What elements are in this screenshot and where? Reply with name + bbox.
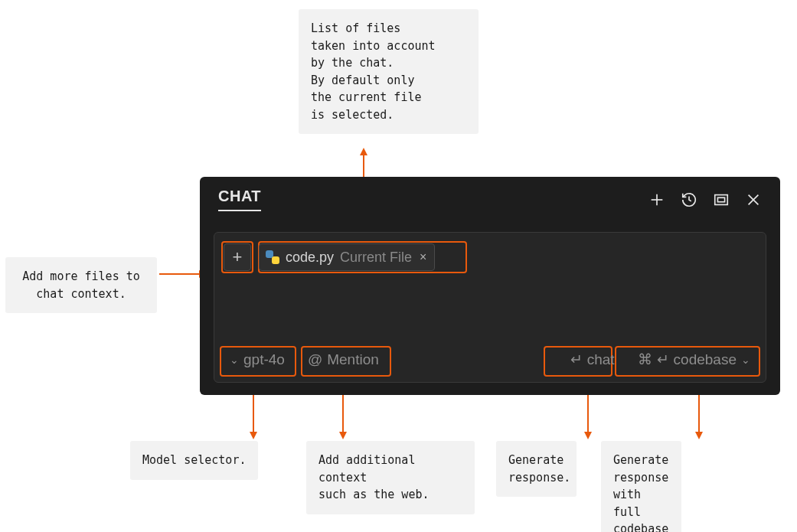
python-file-icon: [266, 250, 279, 264]
history-button[interactable]: [681, 191, 697, 208]
callout-chat: Generate response.: [496, 441, 577, 497]
callout-codebase: Generate response with full codebase con…: [601, 441, 681, 532]
chat-panel: CHAT + code.py Current File: [200, 177, 780, 395]
history-icon: [681, 191, 697, 208]
model-selector-label: gpt-4o: [243, 351, 285, 368]
svg-marker-7: [339, 432, 347, 439]
send-codebase-label: codebase: [674, 351, 737, 368]
chat-header: CHAT: [200, 177, 780, 211]
chevron-down-icon: ⌄: [230, 354, 239, 366]
svg-rect-15: [717, 197, 724, 202]
enter-key-icon: ↵: [657, 351, 669, 368]
svg-marker-1: [360, 148, 367, 155]
plus-icon: [648, 191, 665, 208]
svg-rect-14: [715, 194, 728, 204]
at-icon: @: [308, 351, 322, 368]
svg-marker-11: [695, 432, 703, 439]
svg-marker-5: [250, 432, 257, 439]
context-file-chip[interactable]: code.py Current File ×: [259, 243, 435, 271]
send-chat-label: chat: [587, 351, 615, 368]
add-context-button[interactable]: +: [224, 243, 251, 271]
chat-input-area[interactable]: + code.py Current File × ⌄ gpt-4o @ Ment…: [214, 232, 766, 383]
model-selector[interactable]: ⌄ gpt-4o: [222, 347, 292, 373]
chat-tab-title[interactable]: CHAT: [218, 188, 261, 211]
mention-label: Mention: [327, 351, 379, 368]
svg-marker-9: [584, 432, 592, 439]
mention-button[interactable]: @ Mention: [300, 347, 387, 373]
cmd-key-icon: ⌘: [638, 351, 652, 368]
chevron-down-icon: ⌄: [741, 354, 750, 366]
callout-model: Model selector.: [130, 441, 258, 480]
callout-add-context: Add more files to chat context.: [5, 257, 157, 313]
header-toolbar: [648, 191, 762, 208]
new-chat-button[interactable]: [648, 191, 665, 208]
context-row: + code.py Current File ×: [224, 243, 435, 271]
close-icon: [745, 191, 762, 208]
chat-bottom-row: ⌄ gpt-4o @ Mention ↵ chat ⌘↵ codebase ⌄: [222, 346, 758, 373]
send-codebase-button[interactable]: ⌘↵ codebase ⌄: [630, 346, 758, 373]
layout-button[interactable]: [713, 191, 730, 208]
callout-files: List of files taken into account by the …: [299, 9, 479, 134]
layout-icon: [713, 191, 730, 208]
callout-mention: Add additional context such as the web.: [306, 441, 475, 514]
context-file-badge: Current File: [340, 250, 412, 266]
close-panel-button[interactable]: [745, 191, 762, 208]
context-file-name: code.py: [286, 250, 334, 266]
enter-key-icon: ↵: [570, 351, 583, 368]
send-chat-button[interactable]: ↵ chat: [563, 346, 622, 373]
remove-context-file-button[interactable]: ×: [418, 250, 426, 264]
